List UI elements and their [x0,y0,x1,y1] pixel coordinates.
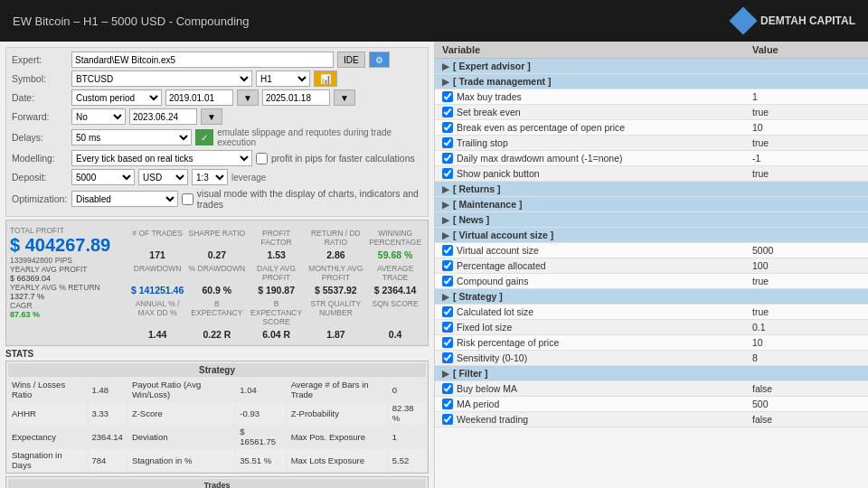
date-type-select[interactable]: Custom period [71,89,162,106]
forward-select[interactable]: No [71,108,126,125]
expert-row: Expert: IDE ⚙ [12,52,422,68]
section-label: [ Expert advisor ] [453,61,531,71]
value-col-header: Value [752,44,861,55]
variable-item: Show panick button true [435,166,868,182]
variable-checkbox[interactable] [442,383,453,394]
visual-mode-row: visual mode with the display of charts, … [182,188,422,210]
variable-name: MA period [457,399,499,409]
table-row: Expectancy 2364.14 Deviation $ 16561.75 … [8,426,426,447]
modelling-row: Modelling: Every tick based on real tick… [12,150,422,166]
dd-value: $ 141251.46 [128,285,186,296]
pct-dd-value: 60.9 % [188,285,246,296]
variable-checkbox[interactable] [442,352,453,363]
variable-section-header: ▶ [ Trade management ] [435,74,868,89]
monthly-value: $ 5537.92 [307,285,364,296]
profit-pips-checkbox[interactable] [256,153,268,164]
stats-row1-labels: # OF TRADES SHARPE RATIO PROFIT FACTOR R… [128,229,424,247]
open-chart-button[interactable]: 📊 [314,70,337,87]
variable-name: Sensitivity (0-10) [457,352,527,363]
variable-value: 1 [752,91,861,102]
wins-losses-value: 1.48 [89,379,127,400]
expert-input[interactable] [71,52,334,68]
ann-dd-label: ANNUAL % / MAX DD % [128,299,186,317]
variable-checkbox[interactable] [442,260,453,271]
variable-checkbox[interactable] [442,245,453,256]
variable-section-header: ▶ [ Strategy ] [435,289,868,305]
leverage-select[interactable]: 1:3 [192,169,228,185]
variable-item: Buy below MA false [435,381,868,397]
expectancy-label: Expectancy [8,426,87,447]
section-arrow-icon: ▶ [442,184,449,194]
variable-value: false [752,383,861,394]
section-label: [ Returns ] [453,183,501,194]
date-to-input[interactable] [262,89,330,106]
stats-row3-labels: ANNUAL % / MAX DD % B EXPECTANCY B EXPEC… [128,299,424,326]
section-name: ▶ [ Expert advisor ] [442,61,752,71]
sharpe-label: SHARPE RATIO [188,229,246,238]
config-button[interactable]: ⚙ [369,52,390,68]
visual-mode-checkbox[interactable] [182,193,193,205]
variable-checkbox[interactable] [442,306,453,317]
total-profit-label: TOTAL PROFIT [10,226,110,235]
variable-col-header: Variable [442,44,752,55]
stagnation-label: Stagnation in Days [8,449,87,471]
ahhr-label: AHHR [8,402,87,424]
ide-button[interactable]: IDE [337,52,365,68]
section-label: [ Trade management ] [453,76,552,87]
sqn-label-h: STR QUALITY NUMBER [307,299,364,317]
monthly-label: MONTHLY AVG PROFIT [307,264,364,282]
forward-date-picker[interactable]: ▼ [201,108,222,125]
timeframe-select[interactable]: H1 [256,70,310,87]
date-to-picker[interactable]: ▼ [334,89,355,106]
leverage-label: leverage [231,173,266,183]
variable-checkbox[interactable] [442,337,453,348]
date-from-picker[interactable]: ▼ [237,89,259,106]
delays-select[interactable]: 50 ms [71,129,192,145]
variable-value: 100 [752,260,861,271]
variable-checkbox[interactable] [442,322,453,333]
win-pct-label: WINNING PERCENTAGE [366,229,424,247]
ann-dd-value: 1.44 [128,329,186,340]
settings-form: Expert: IDE ⚙ Symbol: BTCUSD H1 📊 Date: [5,47,429,217]
variable-checkbox[interactable] [442,107,453,117]
stats-row2-labels: DRAWDOWN % DRAWDOWN DAILY AVG PROFIT MON… [128,264,424,282]
variable-value: true [752,168,861,179]
cagr-value: 87.63 % [10,310,110,319]
payout-value: 1.04 [236,379,285,400]
optimization-select[interactable]: Disabled [71,191,178,207]
variable-checkbox[interactable] [442,137,453,148]
delays-row: Delays: 50 ms ✓ emulate slippage and req… [12,127,422,147]
variable-checkbox[interactable] [442,91,453,102]
forward-date-input[interactable] [129,108,197,125]
variable-item: Compound gains true [435,274,868,289]
symbol-label: Symbol: [12,73,68,84]
variable-checkbox[interactable] [442,168,453,179]
variable-checkbox[interactable] [442,276,453,286]
currency-select[interactable]: USD [138,169,188,185]
max-pos-value: 1 [389,426,426,447]
variable-value: true [752,276,861,286]
deposit-select[interactable]: 5000 [71,169,135,185]
emulate-button[interactable]: ✓ [195,129,213,145]
variable-name: Risk percentage of price [457,337,559,348]
section-arrow-icon: ▶ [442,77,449,87]
variable-checkbox[interactable] [442,153,453,164]
trades-header: Trades [8,479,426,488]
symbol-select[interactable]: BTCUSD [71,70,252,87]
avg-bars-value: 0 [389,379,426,400]
section-label: [ Strategy ] [453,291,503,302]
date-from-input[interactable] [165,89,233,106]
max-lots-value: 5.52 [389,449,426,471]
modelling-select[interactable]: Every tick based on real ticks [71,150,252,166]
cagr-label: CAGR [10,301,110,310]
deposit-row: Deposit: 5000 USD 1:3 leverage [12,169,422,185]
variable-value: 10 [752,122,861,133]
zscore-label: Z-Score [128,402,234,424]
variable-checkbox[interactable] [442,414,453,425]
avg-bars-label: Average # of Bars in Trade [288,379,387,400]
variable-value: false [752,414,861,425]
variable-checkbox[interactable] [442,122,453,133]
variable-name: Weekend trading [457,414,528,425]
table-row: AHHR 3.33 Z-Score -0.93 Z-Probability 82… [8,402,426,424]
variable-checkbox[interactable] [442,399,453,409]
